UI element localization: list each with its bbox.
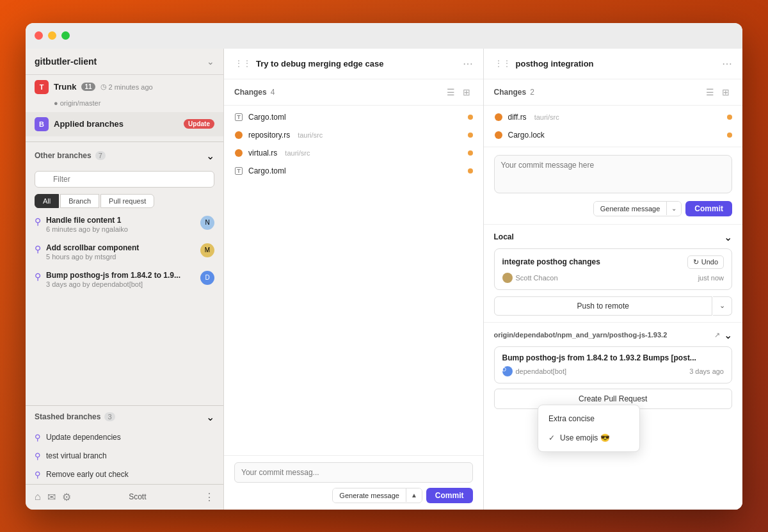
branch-meta: 6 minutes ago by ngalaiko [46,225,195,233]
other-branches-label: Other branches [35,151,92,160]
trunk-label: Trunk [54,82,76,92]
table-row[interactable]: repository.rs tauri/src [224,126,483,144]
avatar: M [200,243,214,257]
more-icon[interactable]: ⋮ [204,491,214,503]
list-item[interactable]: ⚲ Add scrollbar component 5 hours ago by… [26,238,223,266]
trunk-icon: T [35,80,49,94]
list-item[interactable]: ⚲ test virtual branch [26,447,223,465]
file-status-dot [468,168,473,173]
maximize-button[interactable] [61,31,70,40]
stashed-branches-header[interactable]: Stashed branches 3 ⌄ [26,406,223,428]
file-name: repository.rs [248,131,290,140]
remote-commit-time: 3 days ago [689,367,724,375]
popup-item-label: Use emojis 😎 [560,433,610,442]
file-type-icon [234,149,243,157]
stash-icon: ⚲ [35,451,41,461]
undo-button[interactable]: ↻ Undo [687,255,724,269]
table-row[interactable]: diff.rs tauri/src [484,108,743,126]
grid-view-icon[interactable]: ⊞ [719,86,732,99]
minimize-button[interactable] [48,31,56,40]
changes-header-right: Changes 2 ☰ ⊞ [484,79,743,106]
tab-all[interactable]: All [35,194,59,208]
remote-commit-card: Bump posthog-js from 1.84.2 to 1.93.2 Bu… [494,346,733,383]
generate-message-button-right[interactable]: Generate message ⌄ [593,201,682,216]
stashed-chevron-icon: ⌄ [206,411,214,423]
panel-right-menu-icon[interactable]: ⋯ [722,58,732,70]
repo-name: gitbutler-client [35,56,97,67]
grid-view-icon[interactable]: ⊞ [460,86,473,99]
table-row[interactable]: T Cargo.toml [224,108,483,126]
bottom-commit-input[interactable] [234,462,473,483]
close-button[interactable] [35,31,43,40]
file-status-dot [468,115,473,120]
list-item[interactable]: ⚲ Bump posthog-js from 1.84.2 to 1.9... … [26,266,223,293]
file-name: Cargo.toml [248,113,286,122]
remote-chevron-icon[interactable]: ⌄ [724,329,732,341]
table-row[interactable]: Cargo.lock [484,126,743,144]
repo-chevron-icon[interactable]: ⌄ [207,56,214,67]
trunk-time: ◷ 2 minutes ago [100,83,153,91]
commit-button-right[interactable]: Commit [685,201,732,216]
generate-message-button[interactable]: Generate message ▲ [332,488,422,503]
sidebar-footer: ⌂ ✉ ⚙ Scott ⋮ [26,484,223,510]
push-to-remote-button[interactable]: Push to remote [494,296,713,316]
changes-count-left: 4 [271,88,275,97]
branch-meta: 3 days ago by dependabot[bot] [46,280,195,288]
changes-count-right: 2 [530,88,534,97]
push-button-row: Push to remote ⌄ [494,296,733,316]
filter-row: ⚲ [26,167,223,191]
file-path: tauri/src [534,113,559,121]
generate-message-main-btn[interactable]: Generate message [333,488,406,503]
divider [26,141,223,142]
list-item[interactable]: ⚲ Update dependencies [26,428,223,447]
stash-icon: ⚲ [35,433,41,442]
other-branches-section-header[interactable]: Other branches 7 ⌄ [26,145,223,167]
popup-item-use-emojis[interactable]: ✓ Use emojis 😎 [538,428,639,447]
branch-name: Bump posthog-js from 1.84.2 to 1.9... [46,271,195,280]
tab-pull-request[interactable]: Pull request [100,194,154,208]
avatar: N [200,216,214,230]
local-chevron-icon[interactable]: ⌄ [724,231,732,243]
file-path: tauri/src [298,131,323,139]
commit-message-input[interactable] [494,155,733,193]
stashed-branches-section: Stashed branches 3 ⌄ ⚲ Update dependenci… [26,405,223,484]
local-commit-title: integrate posthog changes [502,257,600,266]
file-status-dot [468,150,473,156]
file-type-icon [494,113,503,122]
list-view-icon[interactable]: ☰ [444,86,458,99]
app-window: gitbutler-client ⌄ T Trunk 11 ◷ 2 minute… [26,23,742,510]
home-icon[interactable]: ⌂ [35,491,41,503]
trunk-origin: ● origin/master [26,99,223,109]
bottom-buttons: Generate message ▲ Commit [234,488,473,503]
popup-item-label: Extra concise [548,414,595,423]
tab-branch[interactable]: Branch [60,194,99,208]
push-dropdown-button[interactable]: ⌄ [713,296,732,316]
sidebar-item-trunk[interactable]: T Trunk 11 ◷ 2 minutes ago [26,75,223,99]
commit-button-left[interactable]: Commit [426,488,473,503]
list-view-icon[interactable]: ☰ [703,86,717,99]
file-type-icon: T [234,113,243,122]
list-item[interactable]: ⚲ Remove early out check [26,465,223,484]
mail-icon[interactable]: ✉ [47,491,56,503]
generate-message-dropdown-btn-right[interactable]: ⌄ [666,202,681,215]
settings-icon[interactable]: ⚙ [62,491,71,503]
dependabot-avatar: D [502,366,513,376]
sidebar-item-applied-branches[interactable]: B Applied branches Update [26,112,223,136]
file-name: virtual.rs [248,149,277,157]
stash-icon: ⚲ [35,470,41,480]
generate-message-dropdown-btn[interactable]: ▲ [406,488,422,502]
filter-input[interactable] [35,171,214,188]
origin-icon: ● [54,99,58,107]
table-row[interactable]: virtual.rs tauri/src [224,144,483,162]
panel-left-menu-icon[interactable]: ⋯ [463,58,473,70]
table-row[interactable]: T Cargo.toml [224,162,483,180]
app-content: gitbutler-client ⌄ T Trunk 11 ◷ 2 minute… [26,49,742,510]
external-link-icon[interactable]: ↗ [714,331,720,339]
remote-header: origin/dependabot/npm_and_yarn/posthog-j… [494,329,733,341]
list-item[interactable]: ⚲ Handle file content 1 6 minutes ago by… [26,211,223,238]
popup-item-extra-concise[interactable]: Extra concise [538,409,639,428]
generate-message-main-btn-right[interactable]: Generate message [594,202,667,216]
sidebar-header: gitbutler-client ⌄ [26,49,223,75]
remote-commit-title: Bump posthog-js from 1.84.2 to 1.93.2 Bu… [502,353,696,362]
author-avatar [502,273,513,283]
